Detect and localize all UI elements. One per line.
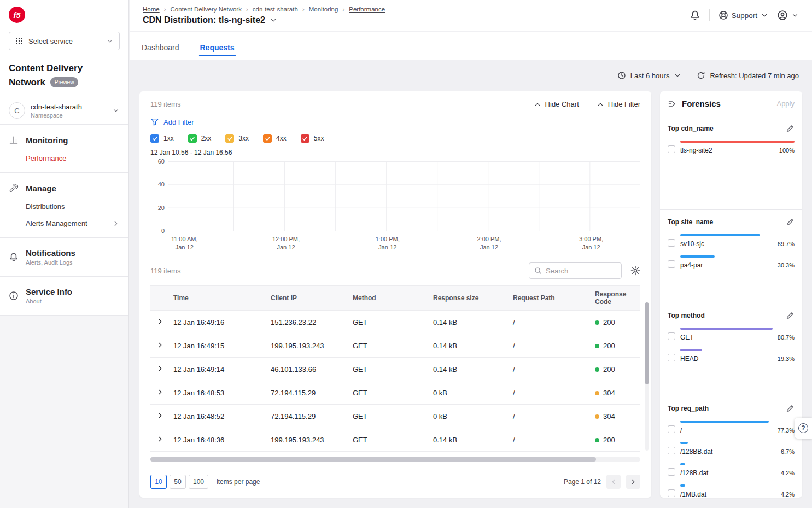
prev-page-button[interactable]	[606, 475, 621, 489]
cell-client-ip: 151.236.23.22	[267, 311, 349, 334]
expand-row-icon[interactable]	[156, 412, 164, 419]
service-info-label: Service Info	[26, 287, 72, 296]
forensics-item-checkbox[interactable]	[668, 239, 675, 247]
nav-group-monitoring: Monitoring Performance	[0, 125, 128, 172]
items-count: 119 items	[150, 100, 180, 108]
chevron-down-icon[interactable]	[270, 16, 277, 24]
check-icon	[152, 136, 158, 142]
add-filter-button[interactable]: Add Filter	[150, 118, 194, 126]
cell-method: GET	[349, 405, 430, 428]
sidebar-item-notifications[interactable]: Notifications Alerts, Audit Logs	[0, 243, 128, 271]
forensics-title: Forensics	[682, 99, 721, 108]
breadcrumb-cdn[interactable]: Content Delivery Network	[171, 6, 242, 13]
page-size-100-button[interactable]: 100	[189, 475, 208, 489]
sidebar-item-alerts-management[interactable]: Alerts Management	[0, 215, 128, 232]
cell-client-ip: 72.194.115.29	[267, 405, 349, 428]
hide-chart-toggle[interactable]: Hide Chart	[534, 100, 579, 108]
account-menu[interactable]	[777, 10, 799, 21]
checkbox-3xx[interactable]	[225, 134, 234, 143]
forensics-item-checkbox[interactable]	[668, 425, 675, 433]
horizontal-scrollbar[interactable]	[150, 457, 640, 462]
table-row[interactable]: 12 Jan 16:48:52 72.194.115.29 GET 0 kB /…	[150, 405, 640, 428]
sidebar-item-service-info[interactable]: Service Info About	[0, 282, 128, 310]
forensics-item-bar	[680, 234, 760, 236]
page-size-10-button[interactable]: 10	[150, 475, 167, 489]
checkbox-1xx[interactable]	[150, 134, 159, 143]
time-range-dropdown[interactable]: Last 6 hours	[617, 71, 682, 80]
checkbox-5xx[interactable]	[301, 134, 309, 143]
expand-row-icon[interactable]	[156, 318, 164, 325]
expand-row-icon[interactable]	[156, 435, 164, 443]
table-row[interactable]: 12 Jan 16:48:53 72.194.115.29 GET 0 kB /…	[150, 381, 640, 405]
checkbox-2xx[interactable]	[188, 134, 197, 143]
section-title: Top site_name	[668, 218, 713, 226]
pencil-icon[interactable]	[786, 311, 795, 320]
table-row[interactable]: 12 Jan 16:49:14 46.101.133.66 GET 0.14 k…	[150, 358, 640, 381]
expand-row-icon[interactable]	[156, 388, 164, 396]
chevron-down-icon	[791, 11, 799, 19]
status-dot	[595, 320, 599, 325]
forensics-section-cdn-name: Top cdn_name tls-ng-site2100%	[660, 116, 802, 210]
section-title: Top req_path	[668, 405, 709, 412]
cell-client-ip: 199.195.193.243	[267, 428, 349, 452]
search-input[interactable]	[546, 267, 616, 275]
table-settings-button[interactable]	[630, 266, 640, 276]
vertical-scrollbar[interactable]	[645, 302, 649, 451]
forensics-item-pct: 19.3%	[778, 355, 795, 362]
select-service-dropdown[interactable]: Select service	[9, 32, 120, 50]
y-axis-tick: 60	[150, 158, 165, 165]
next-page-button[interactable]	[626, 475, 640, 489]
breadcrumb-separator: ›	[164, 6, 166, 13]
expand-row-icon[interactable]	[156, 365, 164, 372]
collapse-panel-icon[interactable]	[668, 100, 676, 108]
hide-filter-toggle[interactable]: Hide Filter	[597, 100, 640, 108]
pencil-icon[interactable]	[786, 124, 795, 133]
help-button[interactable]: ?	[795, 418, 812, 439]
sidebar-item-manage[interactable]: Manage	[0, 178, 128, 198]
forensics-item-checkbox[interactable]	[668, 468, 675, 476]
support-menu[interactable]: Support	[718, 10, 768, 20]
forensics-item-checkbox[interactable]	[668, 332, 675, 340]
apply-button[interactable]: Apply	[776, 100, 795, 108]
forensics-item-checkbox[interactable]	[668, 354, 675, 361]
chevron-left-icon	[610, 478, 617, 486]
section-title: Top method	[668, 312, 705, 319]
forensics-item-checkbox[interactable]	[668, 260, 675, 268]
status-dot	[595, 414, 599, 419]
breadcrumb-performance[interactable]: Performance	[349, 6, 385, 13]
table-row[interactable]: 12 Jan 16:49:15 199.195.193.243 GET 0.14…	[150, 334, 640, 358]
sidebar-item-performance[interactable]: Performance	[0, 150, 128, 167]
chevron-down-icon	[112, 107, 120, 114]
horizontal-scrollbar-thumb[interactable]	[150, 457, 596, 462]
forensics-item-checkbox[interactable]	[668, 145, 675, 153]
chart-plot-area: 60 40 20 0	[168, 161, 640, 231]
breadcrumb-monitoring[interactable]: Monitoring	[309, 6, 338, 13]
f5-logo[interactable]: f5	[9, 7, 25, 23]
tab-requests[interactable]: Requests	[199, 43, 236, 60]
panel-top-row: 119 items Hide Chart Hide Filter	[150, 100, 640, 108]
vertical-scrollbar-thumb[interactable]	[645, 302, 649, 384]
forensics-item-name: GET	[680, 334, 694, 341]
refresh-button[interactable]: Refresh: Updated 7 min ago	[697, 71, 799, 80]
alerts-management-label: Alerts Management	[26, 219, 87, 227]
page-size-50-button[interactable]: 50	[170, 475, 186, 489]
tab-dashboard[interactable]: Dashboard	[141, 43, 180, 60]
sidebar-item-distributions[interactable]: Distributions	[0, 198, 128, 215]
sidebar-item-monitoring[interactable]: Monitoring	[0, 130, 128, 150]
breadcrumb-namespace[interactable]: cdn-test-sharath	[253, 6, 298, 13]
cell-request-path: /	[510, 358, 592, 381]
namespace-selector[interactable]: C cdn-test-sharath Namespace	[0, 97, 128, 124]
expand-row-icon[interactable]	[156, 341, 164, 349]
pencil-icon[interactable]	[786, 218, 795, 226]
checkbox-4xx[interactable]	[263, 134, 272, 143]
notifications-bell-button[interactable]	[690, 10, 700, 21]
table-row[interactable]: 12 Jan 16:48:36 199.195.193.243 GET 0.14…	[150, 428, 640, 452]
table-row[interactable]: 12 Jan 16:49:16 151.236.23.22 GET 0.14 k…	[150, 311, 640, 334]
cell-response-size: 0.14 kB	[430, 334, 510, 358]
forensics-item-pct: 80.7%	[778, 334, 795, 341]
pagination: 10 50 100 items per page Page 1 of 12	[150, 475, 640, 489]
forensics-item-checkbox[interactable]	[668, 447, 675, 454]
breadcrumb-home[interactable]: Home	[143, 6, 160, 13]
pencil-icon[interactable]	[786, 404, 795, 413]
forensics-item-checkbox[interactable]	[668, 489, 675, 497]
